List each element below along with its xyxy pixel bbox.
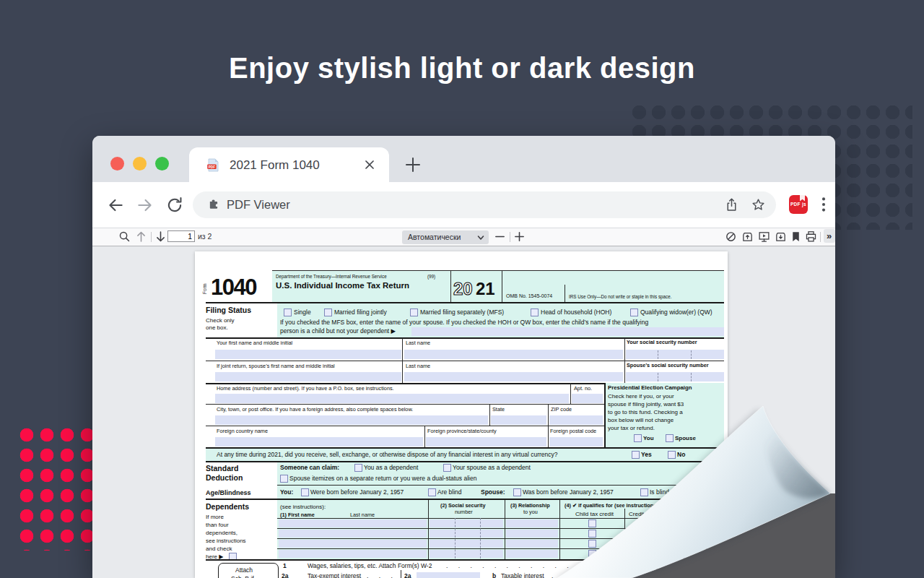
spouse-ssn-field[interactable] [626, 372, 724, 381]
bookmark-icon[interactable] [790, 230, 802, 243]
zoom-in-icon[interactable] [513, 230, 526, 243]
state-field[interactable] [491, 415, 546, 425]
form-number: 1040 [211, 275, 256, 301]
standard-deduction-label: Standard [206, 464, 239, 473]
ab-you-born-checkbox[interactable] [301, 488, 309, 496]
chevron-down-icon [477, 234, 484, 241]
browser-tab[interactable]: PDF 2021 Form 1040 [189, 147, 389, 182]
tab-title: 2021 Form 1040 [230, 158, 320, 173]
ribbon-icon [800, 195, 805, 202]
zoom-select-value: Автоматически [408, 233, 461, 241]
filing-status-label: Filing Status [206, 306, 251, 314]
browser-window: PDF 2021 Form 1040 [92, 136, 835, 578]
filing-hoh-checkbox[interactable] [531, 309, 539, 316]
print-icon[interactable] [805, 230, 817, 243]
bookmark-star-icon[interactable] [751, 197, 766, 212]
search-icon[interactable] [118, 230, 131, 243]
city-field[interactable] [215, 415, 488, 425]
filing-mfj-checkbox[interactable] [324, 309, 332, 316]
presentation-mode-icon[interactable] [758, 230, 770, 243]
window-close-button[interactable] [110, 157, 124, 171]
share-icon[interactable] [724, 197, 739, 212]
dept-line: Department of the Treasury—Internal Reve… [276, 274, 387, 279]
foreign-province-field[interactable] [426, 437, 546, 447]
next-page-icon[interactable] [154, 230, 167, 243]
irs-use-only: IRS Use Only—Do not write or staple in t… [569, 294, 671, 299]
page-curl-effect [546, 390, 835, 578]
filing-mfs-checkbox[interactable] [410, 309, 418, 316]
svg-text:PDF: PDF [209, 165, 215, 169]
year-outline: 20 [453, 279, 473, 299]
window-minimize-button[interactable] [133, 157, 147, 171]
filing-qw-checkbox[interactable] [630, 309, 638, 316]
zoom-select[interactable]: Автоматически [402, 230, 489, 244]
form-title: U.S. Individual Income Tax Return [276, 281, 409, 290]
dependent-row[interactable] [279, 519, 427, 527]
form-word: Form [202, 283, 207, 294]
line2a-amount-field[interactable] [417, 572, 480, 578]
virtual-currency-question: At any time during 2021, did you receive… [217, 452, 557, 459]
page-count-label: из 2 [198, 232, 212, 241]
home-address-field[interactable] [215, 394, 569, 403]
dept-note: (99) [427, 274, 435, 279]
previous-page-icon[interactable] [135, 230, 147, 243]
sd-itemizes-checkbox[interactable] [280, 475, 288, 483]
sd-spouse-dependent-checkbox[interactable] [443, 464, 451, 472]
pdf-toolbar: из 2 Автоматически [92, 228, 835, 246]
ssn-field[interactable] [626, 350, 724, 359]
foreign-country-field[interactable] [215, 437, 423, 447]
browser-toolbar: PDF Viewer PDF js [92, 182, 835, 228]
forward-icon[interactable] [136, 196, 154, 215]
spouse-name-field[interactable] [411, 327, 724, 336]
dependents-label: Dependents [206, 502, 249, 511]
year-solid: 21 [476, 279, 495, 299]
reload-icon[interactable] [165, 196, 184, 215]
address-text: PDF Viewer [227, 198, 290, 212]
browser-menu-icon[interactable] [814, 195, 833, 214]
page-title: Enjoy stylish light or dark design [0, 52, 924, 85]
first-name-field[interactable] [215, 350, 401, 359]
extension-puzzle-icon [208, 199, 220, 211]
dot-pattern-left [17, 425, 97, 551]
page-number-input[interactable] [167, 230, 195, 242]
age-blindness-label: Age/Blindness [206, 489, 251, 496]
spouse-last-name-field[interactable] [404, 372, 623, 381]
spouse-first-name-field[interactable] [215, 372, 401, 381]
new-tab-button[interactable] [404, 156, 422, 173]
ab-you-blind-checkbox[interactable] [428, 488, 436, 496]
dependent-row[interactable] [279, 540, 427, 548]
tab-strip: PDF 2021 Form 1040 [92, 136, 835, 182]
omb-number: OMB No. 1545-0074 [506, 293, 552, 299]
zoom-out-icon[interactable] [494, 230, 506, 243]
circle-slash-icon[interactable] [725, 230, 737, 243]
dependent-row[interactable] [279, 550, 427, 558]
sd-you-dependent-checkbox[interactable] [354, 464, 362, 472]
last-name-field[interactable] [404, 350, 623, 359]
filing-single-checkbox[interactable] [284, 309, 292, 316]
pdfjs-extension-icon[interactable]: PDF js [789, 195, 808, 214]
open-file-icon[interactable] [741, 230, 754, 243]
save-file-icon[interactable] [775, 230, 787, 243]
pdf-viewer-area: Form 1040 Department of the Treasury—Int… [92, 246, 835, 578]
back-icon[interactable] [106, 196, 125, 215]
dependent-row[interactable] [279, 530, 427, 538]
toolbar-more-button[interactable]: » [824, 229, 835, 243]
address-bar[interactable]: PDF Viewer [193, 191, 776, 218]
ab-spouse-born-checkbox[interactable] [513, 488, 521, 496]
pdf-favicon: PDF [206, 158, 220, 172]
tab-close-icon[interactable] [364, 159, 375, 171]
window-zoom-button[interactable] [155, 157, 169, 171]
promo-background: Enjoy stylish light or dark design PDF 2… [0, 0, 924, 578]
